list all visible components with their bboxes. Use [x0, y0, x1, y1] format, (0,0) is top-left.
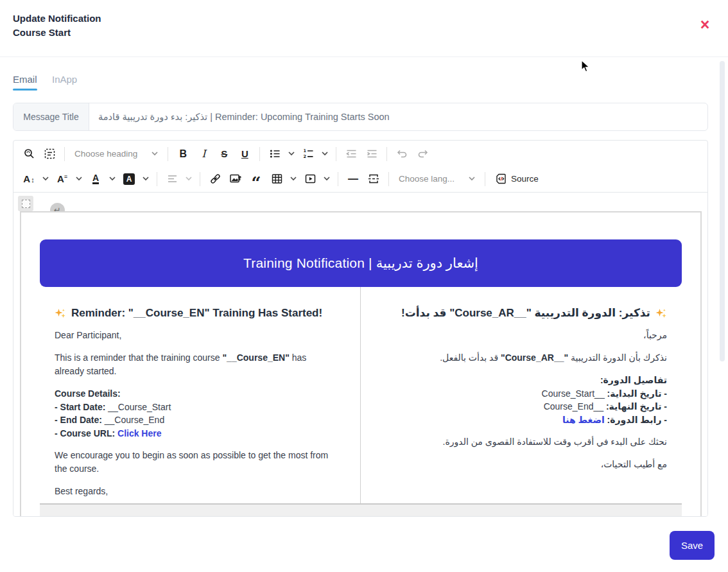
mouse-cursor-icon [581, 60, 591, 74]
toolbar-separator [485, 172, 485, 186]
language-dropdown[interactable]: Choose lang... [394, 169, 480, 189]
details-title: Course Details: [55, 387, 334, 401]
arabic-heading: تذكير: الدورة التدريبية "__Course_AR" قد… [386, 306, 667, 320]
insert-media-chevron-icon[interactable] [321, 169, 333, 189]
numbered-list-chevron-icon[interactable] [319, 144, 331, 164]
horizontal-line-icon[interactable]: — [343, 169, 363, 189]
underline-icon[interactable]: U [235, 144, 254, 164]
arabic-closing: مع أطيب التحيات، [386, 458, 667, 471]
heading-dropdown[interactable]: Choose heading [69, 144, 163, 164]
email-template-widget[interactable]: Training Notification | إشعار دورة تدريب… [20, 211, 702, 517]
english-greeting: Dear Participant, [55, 329, 334, 342]
redo-icon[interactable] [413, 144, 432, 164]
english-closing: Best regards, [55, 485, 334, 498]
find-and-replace-icon[interactable] [19, 144, 39, 164]
tab-email[interactable]: Email [13, 74, 37, 85]
toolbar-separator [388, 172, 389, 186]
undo-icon[interactable] [392, 144, 412, 164]
block-quote-icon[interactable]: “ [247, 169, 266, 189]
source-editing-button[interactable]: Source [490, 169, 544, 189]
text-alignment-icon[interactable] [162, 169, 182, 189]
toolbar-separator [386, 147, 387, 161]
detail-end-date: - End Date: __Course_End [55, 413, 334, 427]
toolbar-separator [64, 147, 65, 161]
modal-title-line2: Course Start [13, 26, 101, 40]
message-title-label: Message Title [13, 103, 89, 130]
source-editing-label: Source [511, 174, 539, 184]
arabic-paragraph-1: نذكرك بأن الدورة التدريبية "__Course_AR"… [386, 351, 667, 365]
font-family-icon[interactable]: A≡ [53, 169, 72, 189]
svg-text:2: 2 [303, 154, 306, 159]
outdent-icon[interactable] [342, 144, 361, 164]
page-break-icon[interactable] [364, 169, 383, 189]
svg-text:1: 1 [303, 148, 306, 153]
chevron-down-icon [469, 177, 475, 181]
link-icon[interactable] [205, 169, 225, 189]
close-icon[interactable]: × [696, 15, 714, 33]
insert-media-icon[interactable] [300, 169, 320, 189]
save-button[interactable]: Save [670, 531, 715, 560]
bulleted-list-chevron-icon[interactable] [286, 144, 297, 164]
message-title-row: Message Title تذكير: بدء دورة تدريبية قا… [13, 103, 708, 131]
toolbar-separator [336, 147, 336, 161]
font-family-chevron-icon[interactable] [73, 169, 85, 189]
editor-toolbar: Choose heading B I S U 12 [13, 141, 707, 193]
toolbar-separator [338, 172, 338, 186]
tab-inapp[interactable]: InApp [52, 74, 77, 85]
email-column-english: Reminder: "__Course_EN" Training Has Sta… [40, 287, 361, 503]
italic-icon[interactable]: I [194, 144, 213, 164]
detail-course-url: - Course URL: Click Here [55, 427, 334, 440]
font-size-icon[interactable]: A↕ [19, 169, 39, 189]
select-all-icon[interactable] [40, 144, 59, 164]
detail-course-url: - رابط الدورة: اضغط هنا [386, 413, 667, 427]
sparkles-icon [55, 308, 66, 319]
font-background-color-chevron-icon[interactable] [140, 169, 152, 189]
insert-table-icon[interactable] [267, 169, 286, 189]
indent-icon[interactable] [362, 144, 381, 164]
insert-image-icon[interactable] [226, 169, 245, 189]
arabic-course-details: تفاصيل الدورة: - تاريخ البداية: __Course… [386, 374, 667, 426]
font-background-color-icon[interactable]: A [119, 169, 139, 189]
strikethrough-icon[interactable]: S [214, 144, 234, 164]
rich-text-editor: Choose heading B I S U 12 [13, 140, 708, 517]
english-course-details: Course Details: - Start Date: __Course_S… [55, 387, 334, 440]
details-title: تفاصيل الدورة: [386, 374, 667, 387]
text-alignment-chevron-icon[interactable] [183, 169, 195, 189]
editor-content-area[interactable]: ↵ Training Notification | إشعار دورة تدر… [13, 193, 707, 517]
insert-table-chevron-icon[interactable] [288, 169, 299, 189]
numbered-list-icon[interactable]: 12 [299, 144, 318, 164]
email-footer-strip [40, 505, 682, 517]
click-here-link[interactable]: Click Here [117, 428, 161, 438]
toolbar-separator [200, 172, 200, 186]
source-editing-icon [495, 173, 508, 185]
heading-dropdown-label: Choose heading [74, 149, 137, 159]
toolbar-separator [157, 172, 157, 186]
font-color-icon[interactable]: A [86, 169, 105, 189]
english-paragraph-2: We encourage you to begin as soon as pos… [55, 449, 334, 476]
toolbar-row-1: Choose heading B I S U 12 [19, 141, 702, 166]
drag-handle-icon[interactable] [18, 196, 33, 211]
bold-icon[interactable]: B [173, 144, 193, 164]
vertical-scrollbar-thumb[interactable] [720, 61, 725, 361]
detail-end-date: - تاريخ النهاية: __Course_End [386, 400, 667, 413]
font-size-chevron-icon[interactable] [40, 169, 51, 189]
font-color-chevron-icon[interactable] [107, 169, 118, 189]
bulleted-list-icon[interactable] [265, 144, 284, 164]
arabic-greeting: مرحباً، [386, 329, 667, 342]
english-heading: Reminder: "__Course_EN" Training Has Sta… [55, 306, 334, 320]
sparkles-icon [655, 308, 667, 319]
email-column-arabic: تذكير: الدورة التدريبية "__Course_AR" قد… [361, 287, 682, 503]
active-tab-underline [13, 89, 37, 91]
header-divider [0, 56, 728, 57]
modal-title-line1: Update Notification [13, 12, 101, 26]
toolbar-row-2: A↕ A≡ A A [19, 166, 702, 191]
chevron-down-icon [152, 152, 158, 156]
email-columns: Reminder: "__Course_EN" Training Has Sta… [40, 287, 682, 505]
click-here-link-arabic[interactable]: اضغط هنا [562, 415, 605, 425]
email-banner: Training Notification | إشعار دورة تدريب… [40, 239, 682, 287]
message-title-input[interactable]: تذكير: بدء دورة تدريبية قادمة | Reminder… [89, 103, 707, 130]
detail-start-date: - تاريخ البداية: __Course_Start [386, 387, 667, 401]
detail-start-date: - Start Date: __Course_Start [55, 401, 334, 414]
toolbar-separator [259, 147, 260, 161]
arabic-paragraph-2: نحثك على البدء في أقرب وقت للاستفادة الق… [386, 435, 667, 449]
